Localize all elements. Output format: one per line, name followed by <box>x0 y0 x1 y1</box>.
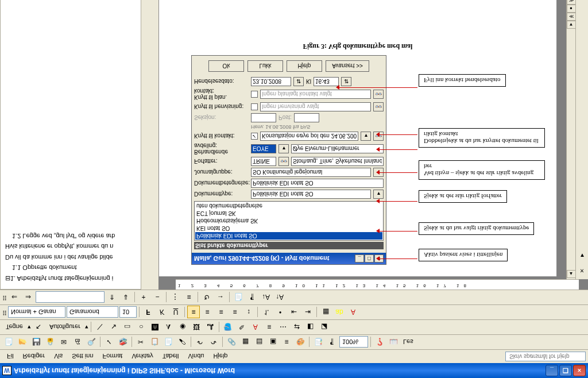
sort-asc-icon[interactable]: ↓A <box>260 291 272 304</box>
italic-icon[interactable]: K <box>156 306 168 319</box>
next-page-icon[interactable]: ≫ <box>567 0 576 5</box>
wordart-icon[interactable]: 𝐀 <box>163 321 175 334</box>
shadow-icon[interactable]: ◧ <box>304 321 317 334</box>
menu-window[interactable]: Vindu <box>183 352 208 362</box>
forfatter-name-input[interactable] <box>291 157 384 166</box>
drawing-icon[interactable]: 🎨 <box>294 336 307 349</box>
cut-icon[interactable]: ✂ <box>134 336 147 349</box>
move-down-icon[interactable]: ⇓ <box>119 291 132 304</box>
move-up-icon[interactable]: ⇑ <box>106 291 118 304</box>
master-doc-icon[interactable]: 📄 <box>232 291 245 304</box>
increase-indent-icon[interactable]: ⇥ <box>301 306 314 319</box>
vertical-scrollbar[interactable]: ▲ ▼ ≪ ● ≫ <box>566 0 575 279</box>
font-color-icon[interactable]: A <box>249 321 262 334</box>
size-combo[interactable] <box>119 307 137 318</box>
taskpane-options-icon[interactable]: ▾ <box>576 249 589 262</box>
plankontakt-checkbox[interactable] <box>251 91 258 98</box>
permission-icon[interactable]: 🔒 <box>44 336 56 349</box>
borders-icon[interactable]: ▦ <box>319 306 332 319</box>
dato-input[interactable] <box>251 77 291 86</box>
3d-icon[interactable]: ◪ <box>318 321 331 334</box>
menu-help[interactable]: Hjelp <box>208 352 232 362</box>
excel-icon[interactable]: ▣ <box>266 336 279 349</box>
journalgruppe-input[interactable] <box>251 168 371 177</box>
font-color2-icon[interactable]: A <box>347 306 359 319</box>
close-taskpane-icon[interactable]: × <box>576 264 589 277</box>
henvisning-checkbox[interactable] <box>251 103 258 110</box>
maximize-button[interactable]: ❐ <box>559 365 572 376</box>
dropdown-icon[interactable]: ▾ <box>278 144 289 153</box>
font-combo[interactable] <box>67 307 118 318</box>
minimize-button[interactable]: _ <box>546 365 558 376</box>
outline-item[interactable]: 1.1 Opprette dokument <box>5 263 136 273</box>
collapse-icon[interactable]: − <box>151 291 164 304</box>
kontakt-input[interactable] <box>260 132 358 141</box>
scroll-down-icon[interactable]: ▼ <box>567 21 576 29</box>
scroll-up-icon[interactable]: ▲ <box>567 270 576 278</box>
rectangle-icon[interactable]: ▭ <box>121 321 134 334</box>
diagram-icon[interactable]: ◉ <box>176 321 189 334</box>
menu-table[interactable]: Tabell <box>158 352 184 362</box>
line-color-icon[interactable]: ✎ <box>235 321 248 334</box>
binoculars-icon[interactable]: 👓 <box>373 90 384 99</box>
line-style-icon[interactable]: ≡ <box>263 321 276 334</box>
plankontakt-input[interactable] <box>260 90 371 99</box>
lukk-button[interactable]: Lukk <box>247 60 283 72</box>
align-right-icon[interactable]: ≡ <box>215 306 227 319</box>
dokbetegnelse-input[interactable] <box>251 179 384 188</box>
show-hide-icon[interactable]: ¶ <box>326 336 338 349</box>
kontakt-checkbox[interactable]: ✓ <box>251 133 258 140</box>
arrow-icon[interactable]: ↘ <box>107 321 120 334</box>
insert-table-icon[interactable]: ▤ <box>253 336 265 349</box>
show-formatting-icon[interactable]: ¶ <box>246 291 258 304</box>
bullets-icon[interactable]: • <box>274 306 287 319</box>
align-center-icon[interactable]: ≡ <box>201 306 214 319</box>
goto-toc-icon[interactable]: → <box>214 291 227 304</box>
avansert-button[interactable]: Avansert >> <box>326 60 369 72</box>
arrow-style-icon[interactable]: ⇄ <box>291 321 303 334</box>
list-item[interactable]: uten dokumentbetegnelse <box>195 202 382 210</box>
menu-tools[interactable]: Verktøy <box>127 352 157 362</box>
select-objects-icon[interactable]: ↖ <box>32 321 45 334</box>
paste-icon[interactable]: 📄 <box>162 336 175 349</box>
binoculars-icon[interactable]: 👓 <box>278 157 289 166</box>
style-combo[interactable] <box>8 307 65 318</box>
prev-page-icon[interactable]: ≪ <box>567 13 576 21</box>
email-icon[interactable]: ✉ <box>57 336 70 349</box>
dropdown-icon[interactable]: ▾ <box>373 190 384 199</box>
browse-object-icon[interactable]: ● <box>567 5 576 13</box>
numbering-icon[interactable]: ⒈ <box>260 306 273 319</box>
show-first-line-icon[interactable]: ≡ <box>183 291 195 304</box>
dropdown-icon[interactable]: ▾ <box>361 132 371 141</box>
outline-item[interactable]: Hvis kriteriene er oppfylt, kommer du n <box>5 242 136 252</box>
highlight-icon[interactable]: ab <box>333 306 346 319</box>
ok-button[interactable]: Ok <box>208 60 244 72</box>
date-spinner-icon[interactable]: ⇵ <box>293 77 304 86</box>
henvisning-input[interactable] <box>260 102 371 111</box>
expand-icon[interactable]: + <box>137 291 150 304</box>
promote-icon[interactable]: ⇐ <box>8 291 21 304</box>
redo-icon[interactable]: ↷ <box>207 336 220 349</box>
open-icon[interactable]: 📂 <box>16 336 29 349</box>
docmap-icon[interactable]: 📑 <box>312 336 324 349</box>
outline-level-combo[interactable] <box>36 292 105 303</box>
vertical-ruler[interactable] <box>141 0 158 279</box>
menu-file[interactable]: Fil <box>2 352 18 362</box>
underline-icon[interactable]: U <box>169 306 182 319</box>
close-button[interactable]: × <box>573 365 586 376</box>
line-icon[interactable]: ＼ <box>94 321 106 334</box>
list-item[interactable]: ECT journal SK <box>195 210 382 217</box>
copy-icon[interactable]: 📋 <box>148 336 161 349</box>
justify-icon[interactable]: ≡ <box>229 306 241 319</box>
line-spacing-icon[interactable]: ↕ <box>242 306 255 319</box>
format-painter-icon[interactable]: 🖌 <box>176 336 188 349</box>
read-label[interactable]: Les <box>401 339 416 346</box>
dash-style-icon[interactable]: ⋯ <box>277 321 289 334</box>
menu-format[interactable]: Format <box>98 352 127 362</box>
undo-icon[interactable]: ↶ <box>194 336 206 349</box>
save-icon[interactable]: 💾 <box>30 336 42 349</box>
dialog-minimize-icon[interactable]: _ <box>355 254 364 263</box>
list-item[interactable]: Hodeomkretsskjema SK <box>195 217 382 225</box>
spellcheck-icon[interactable]: ✓ <box>103 336 115 349</box>
time-spinner-icon[interactable]: ⇵ <box>341 77 351 86</box>
